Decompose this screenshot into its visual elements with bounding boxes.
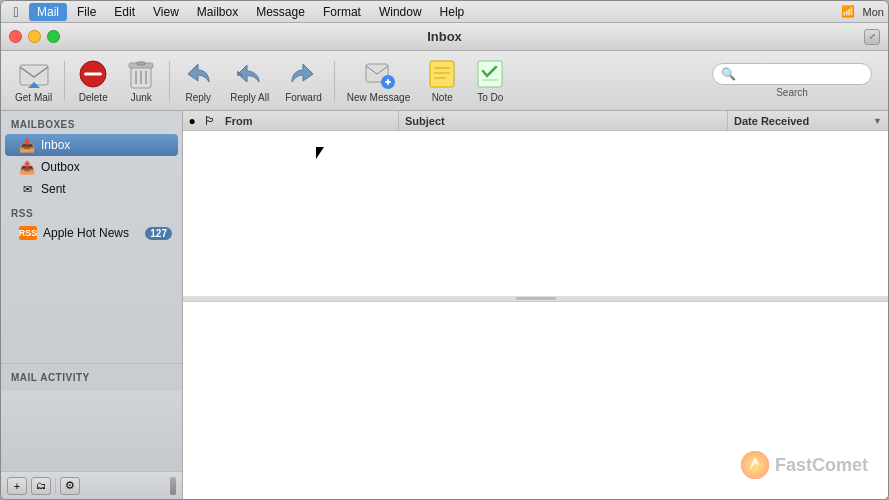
- search-area: 🔍 Search: [712, 63, 880, 98]
- forward-label: Forward: [285, 92, 322, 103]
- reply-all-label: Reply All: [230, 92, 269, 103]
- search-label: Search: [712, 87, 872, 98]
- content-area: ● 🏳 From Subject Date Received ▼: [183, 111, 888, 499]
- todo-label: To Do: [477, 92, 503, 103]
- table-header: ● 🏳 From Subject Date Received ▼: [183, 111, 888, 131]
- reply-button[interactable]: Reply: [176, 55, 220, 107]
- menu-window[interactable]: Window: [371, 3, 430, 21]
- fastcomet-label: FastComet: [775, 455, 868, 476]
- apple-menu[interactable]: : [5, 1, 27, 23]
- sidebar-item-inbox[interactable]: 📥 Inbox: [5, 134, 178, 156]
- search-box[interactable]: 🔍: [712, 63, 872, 85]
- from-column-header[interactable]: From: [219, 111, 399, 130]
- email-list[interactable]: [183, 131, 888, 296]
- resize-button[interactable]: ⤢: [864, 29, 880, 45]
- rss-icon: RSS: [19, 226, 37, 240]
- new-message-icon: [363, 58, 395, 90]
- junk-label: Junk: [131, 92, 152, 103]
- reply-label: Reply: [185, 92, 211, 103]
- get-mail-icon: [18, 58, 50, 90]
- reply-icon: [182, 58, 214, 90]
- delete-icon: [77, 58, 109, 90]
- svg-point-20: [741, 451, 769, 479]
- maximize-button[interactable]: [47, 30, 60, 43]
- preview-pane: FastComet: [183, 301, 888, 499]
- titlebar-buttons: [9, 30, 60, 43]
- mail-activity-label: MAIL ACTIVITY: [1, 363, 182, 391]
- menubar:  Mail File Edit View Mailbox Message Fo…: [1, 1, 888, 23]
- sidebar-item-outbox[interactable]: 📤 Outbox: [1, 156, 182, 178]
- menu-file[interactable]: File: [69, 3, 104, 21]
- menu-help[interactable]: Help: [432, 3, 473, 21]
- titlebar: Inbox ⤢: [1, 23, 888, 51]
- apple-hot-news-label: Apple Hot News: [43, 226, 139, 240]
- titlebar-right: ⤢: [864, 29, 880, 45]
- date-column-header[interactable]: Date Received ▼: [728, 111, 888, 130]
- menu-format[interactable]: Format: [315, 3, 369, 21]
- note-icon: [426, 58, 458, 90]
- svg-rect-13: [387, 79, 389, 85]
- bottom-bar-divider: [55, 478, 56, 494]
- wifi-icon: 📶: [841, 5, 855, 18]
- svg-rect-6: [137, 62, 145, 65]
- sent-icon: ✉: [19, 181, 35, 197]
- new-message-label: New Message: [347, 92, 410, 103]
- sent-label: Sent: [41, 182, 172, 196]
- sidebar-spacer: [1, 243, 182, 363]
- toolbar: Get Mail Delete: [1, 51, 888, 111]
- new-message-button[interactable]: New Message: [341, 55, 416, 107]
- svg-rect-14: [430, 61, 454, 87]
- forward-button[interactable]: Forward: [279, 55, 328, 107]
- flag-column-header: 🏳: [201, 114, 219, 128]
- from-header-label: From: [225, 115, 253, 127]
- folder-button[interactable]: 🗂: [31, 477, 51, 495]
- sidebar-item-apple-hot-news[interactable]: RSS Apple Hot News 127: [1, 223, 182, 243]
- svg-rect-3: [84, 73, 102, 76]
- minimize-button[interactable]: [28, 30, 41, 43]
- get-mail-label: Get Mail: [15, 92, 52, 103]
- watermark: FastComet: [741, 451, 868, 479]
- note-button[interactable]: Note: [420, 55, 464, 107]
- delete-label: Delete: [79, 92, 108, 103]
- toolbar-divider-2: [169, 61, 170, 101]
- apple-hot-news-badge: 127: [145, 227, 172, 240]
- dot-column-header: ●: [183, 114, 201, 128]
- rss-header: RSS: [1, 200, 182, 223]
- sidebar-resize-handle[interactable]: [170, 477, 176, 495]
- menu-mail[interactable]: Mail: [29, 3, 67, 21]
- mailboxes-header: MAILBOXES: [1, 111, 182, 134]
- outbox-label: Outbox: [41, 160, 172, 174]
- activity-area: [1, 391, 182, 471]
- toolbar-divider-3: [334, 61, 335, 101]
- junk-icon: [125, 58, 157, 90]
- inbox-label: Inbox: [41, 138, 172, 152]
- junk-button[interactable]: Junk: [119, 55, 163, 107]
- reply-all-button[interactable]: Reply All: [224, 55, 275, 107]
- todo-icon: [474, 58, 506, 90]
- sidebar-bottom-bar: + 🗂 ⚙: [1, 471, 182, 499]
- search-icon: 🔍: [721, 67, 736, 81]
- menu-view[interactable]: View: [145, 3, 187, 21]
- day-label: Mon: [863, 6, 884, 18]
- delete-button[interactable]: Delete: [71, 55, 115, 107]
- date-header-label: Date Received: [734, 115, 809, 127]
- subject-header-label: Subject: [405, 115, 445, 127]
- toolbar-divider-1: [64, 61, 65, 101]
- forward-icon: [287, 58, 319, 90]
- close-button[interactable]: [9, 30, 22, 43]
- todo-button[interactable]: To Do: [468, 55, 512, 107]
- subject-column-header[interactable]: Subject: [399, 111, 728, 130]
- add-mailbox-button[interactable]: +: [7, 477, 27, 495]
- inbox-icon: 📥: [19, 137, 35, 153]
- window-title: Inbox: [427, 29, 462, 44]
- menu-edit[interactable]: Edit: [106, 3, 143, 21]
- search-input[interactable]: [739, 68, 863, 80]
- reply-all-icon: [234, 58, 266, 90]
- gear-button[interactable]: ⚙: [60, 477, 80, 495]
- sidebar: MAILBOXES 📥 Inbox 📤 Outbox ✉ Sent RSS RS…: [1, 111, 183, 499]
- menu-mailbox[interactable]: Mailbox: [189, 3, 246, 21]
- outbox-icon: 📤: [19, 159, 35, 175]
- menu-message[interactable]: Message: [248, 3, 313, 21]
- get-mail-button[interactable]: Get Mail: [9, 55, 58, 107]
- sidebar-item-sent[interactable]: ✉ Sent: [1, 178, 182, 200]
